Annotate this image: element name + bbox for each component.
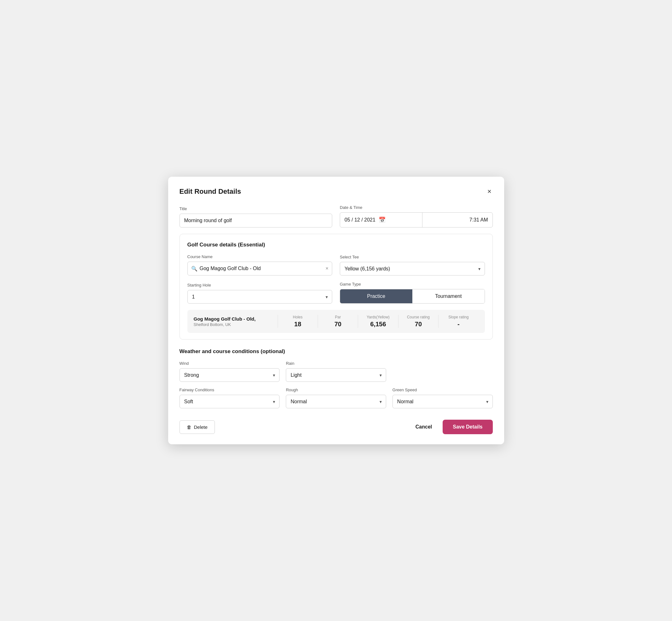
holes-value: 18 [281, 321, 314, 328]
starting-hole-dropdown[interactable]: 12345 678910 [187, 290, 333, 303]
course-rating-value: 70 [402, 321, 435, 328]
practice-button[interactable]: Practice [340, 289, 412, 303]
yards-value: 6,156 [361, 321, 395, 328]
tournament-button[interactable]: Tournament [412, 289, 485, 303]
game-type-group: Game Type Practice Tournament [340, 282, 485, 303]
time-field[interactable]: 7:31 AM [422, 213, 492, 227]
course-name-input[interactable] [187, 261, 333, 276]
holes-label: Holes [281, 315, 314, 319]
course-rating-stat: Course rating 70 [398, 315, 438, 328]
footer-row: 🗑 Delete Cancel Save Details [179, 417, 493, 434]
select-tee-group: Select Tee Yellow (6,156 yards) White (6… [340, 255, 485, 276]
rain-dropdown[interactable]: None Light Moderate Heavy [286, 368, 386, 382]
slope-rating-label: Slope rating [442, 315, 475, 319]
green-speed-group: Green Speed Slow Normal Fast ▾ [392, 387, 493, 408]
date-value: 05 / 12 / 2021 [344, 217, 375, 223]
datetime-label: Date & Time [340, 205, 493, 210]
wind-form-group: Wind None Light Moderate Strong ▾ [179, 361, 280, 382]
rough-select-wrapper: Short Normal Long ▾ [286, 395, 386, 408]
fairway-label: Fairway Conditions [179, 387, 280, 392]
course-info-name-block: Gog Magog Golf Club - Old, Shelford Bott… [194, 316, 278, 327]
golf-section-title: Golf Course details (Essential) [187, 242, 485, 248]
hole-gametype-row: Starting Hole 12345 678910 ▾ Game Type P… [187, 282, 485, 303]
starting-hole-group: Starting Hole 12345 678910 ▾ [187, 283, 333, 303]
date-field[interactable]: 05 / 12 / 2021 📅 [340, 213, 422, 227]
select-tee-label: Select Tee [340, 255, 485, 259]
wind-group: Wind None Light Moderate Strong ▾ [179, 361, 280, 382]
rain-form-group: Rain None Light Moderate Heavy ▾ [286, 361, 386, 382]
rough-dropdown[interactable]: Short Normal Long [286, 395, 386, 408]
yards-label: Yards(Yellow) [361, 315, 395, 319]
title-input[interactable] [179, 214, 333, 227]
fairway-rough-green-row: Fairway Conditions Soft Normal Hard ▾ Ro… [179, 387, 493, 408]
rough-label: Rough [286, 387, 386, 392]
green-speed-dropdown[interactable]: Slow Normal Fast [392, 395, 493, 408]
course-rating-label: Course rating [402, 315, 435, 319]
course-info-name: Gog Magog Golf Club - Old, [194, 316, 278, 322]
green-speed-select-wrapper: Slow Normal Fast ▾ [392, 395, 493, 408]
select-tee-wrapper: Yellow (6,156 yards) White (6,400 yards)… [340, 262, 485, 276]
par-value: 70 [321, 321, 354, 328]
slope-rating-value: - [442, 321, 475, 328]
wind-rain-row: Wind None Light Moderate Strong ▾ Rain [179, 361, 493, 382]
fairway-dropdown[interactable]: Soft Normal Hard [179, 395, 280, 408]
rain-select-wrapper: None Light Moderate Heavy ▾ [286, 368, 386, 382]
wind-label: Wind [179, 361, 280, 366]
rough-group: Rough Short Normal Long ▾ [286, 387, 386, 408]
course-name-group: Course Name 🔍 × [187, 254, 333, 276]
cancel-button[interactable]: Cancel [412, 420, 435, 433]
edit-round-modal: Edit Round Details × Title Date & Time 0… [168, 177, 504, 444]
modal-header: Edit Round Details × [179, 187, 493, 196]
yards-stat: Yards(Yellow) 6,156 [358, 315, 398, 328]
holes-stat: Holes 18 [278, 315, 318, 328]
course-name-label: Course Name [187, 254, 333, 259]
game-type-toggle: Practice Tournament [340, 289, 485, 303]
fairway-group: Fairway Conditions Soft Normal Hard ▾ [179, 387, 280, 408]
course-name-wrapper: 🔍 × [187, 261, 333, 276]
title-label: Title [179, 206, 333, 211]
par-stat: Par 70 [318, 315, 358, 328]
delete-label: Delete [194, 424, 208, 430]
slope-rating-stat: Slope rating - [438, 315, 478, 328]
select-tee-dropdown[interactable]: Yellow (6,156 yards) White (6,400 yards)… [340, 262, 485, 276]
rain-group: Rain None Light Moderate Heavy ▾ [286, 361, 386, 382]
title-datetime-row: Title Date & Time 05 / 12 / 2021 📅 7:31 … [179, 205, 493, 227]
date-time-field: 05 / 12 / 2021 📅 7:31 AM [340, 212, 493, 227]
modal-title: Edit Round Details [179, 188, 241, 196]
title-group: Title [179, 206, 333, 227]
green-speed-label: Green Speed [392, 387, 493, 392]
starting-hole-wrapper: 12345 678910 ▾ [187, 290, 333, 303]
close-button[interactable]: × [486, 187, 493, 196]
clear-icon[interactable]: × [326, 266, 328, 272]
calendar-icon: 📅 [379, 216, 385, 223]
starting-hole-label: Starting Hole [187, 283, 333, 287]
trash-icon: 🗑 [187, 424, 192, 430]
course-info-location: Shelford Bottom, UK [194, 322, 278, 327]
delete-button[interactable]: 🗑 Delete [179, 420, 215, 434]
time-value: 7:31 AM [469, 217, 488, 223]
rough-form-group: Rough Short Normal Long ▾ [286, 387, 386, 408]
save-button[interactable]: Save Details [443, 420, 493, 434]
footer-right: Cancel Save Details [412, 420, 493, 434]
course-info-row: Gog Magog Golf Club - Old, Shelford Bott… [187, 310, 485, 333]
game-type-label: Game Type [340, 282, 485, 287]
course-tee-row: Course Name 🔍 × Select Tee Yellow (6,156… [187, 254, 485, 276]
weather-section-title: Weather and course conditions (optional) [179, 348, 493, 355]
rain-label: Rain [286, 361, 386, 366]
wind-dropdown[interactable]: None Light Moderate Strong [179, 368, 280, 382]
datetime-group: Date & Time 05 / 12 / 2021 📅 7:31 AM [340, 205, 493, 227]
weather-section: Weather and course conditions (optional)… [179, 348, 493, 408]
par-label: Par [321, 315, 354, 319]
green-speed-form-group: Green Speed Slow Normal Fast ▾ [392, 387, 493, 408]
fairway-select-wrapper: Soft Normal Hard ▾ [179, 395, 280, 408]
wind-select-wrapper: None Light Moderate Strong ▾ [179, 368, 280, 382]
golf-course-section: Golf Course details (Essential) Course N… [179, 234, 493, 339]
fairway-form-group: Fairway Conditions Soft Normal Hard ▾ [179, 387, 280, 408]
